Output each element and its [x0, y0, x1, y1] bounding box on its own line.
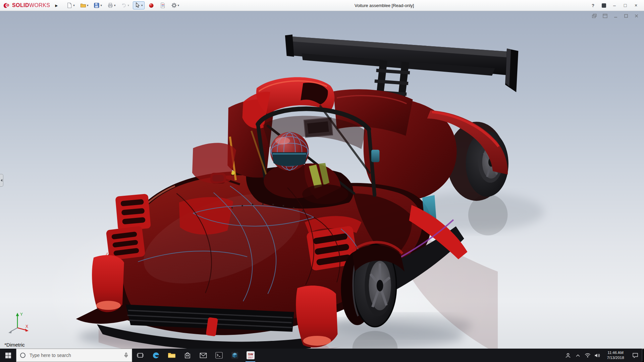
dropdown-arrow-icon[interactable]: ▾ [141, 4, 143, 7]
view-orientation-label: *Dimetric [4, 342, 25, 348]
triad-x-label: X [25, 324, 28, 329]
undo-icon [121, 2, 127, 8]
appearance-ball-icon [148, 2, 154, 8]
new-document-button[interactable]: ▾ [65, 1, 76, 9]
options-button[interactable]: ▾ [169, 1, 181, 9]
select-tool-button[interactable]: ▾ [133, 1, 145, 9]
windows-logo-icon [5, 353, 11, 358]
document-window-controls [592, 14, 639, 18]
ds-logo-icon: S [3, 2, 10, 9]
sw-icon-label: SW [248, 352, 253, 356]
fullscreen-icon [602, 3, 606, 8]
brand-name: SOLIDWORKS [12, 2, 50, 8]
orientation-triad[interactable]: Y X [5, 311, 32, 336]
show-hidden-icons-button[interactable] [573, 349, 583, 362]
taskbar-command-prompt-button[interactable] [211, 349, 227, 362]
show-desktop-button[interactable] [642, 349, 644, 362]
clock-time: 11:46 AM [602, 350, 629, 355]
taskbar-edge-button[interactable] [148, 349, 164, 362]
minimize-button[interactable]: – [609, 1, 620, 10]
doc-float-button[interactable] [603, 14, 607, 18]
doc-restore-button[interactable] [592, 14, 597, 18]
windows-taskbar: SW 2017 [0, 349, 644, 362]
people-icon [565, 353, 571, 358]
network-tray-button[interactable] [583, 349, 592, 362]
graphics-area[interactable]: Y X *Dimetric [0, 11, 644, 349]
collapse-arrow-icon [1, 179, 2, 182]
design-binder-button[interactable] [158, 1, 167, 9]
doc-close-button[interactable] [634, 14, 639, 18]
open-folder-icon [80, 2, 86, 8]
brand-solid: SOLID [12, 2, 29, 8]
solidworks-logo: S SOLIDWORKS [3, 2, 50, 9]
print-icon [107, 2, 113, 8]
system-tray: 11:46 AM 7/13/2018 [563, 349, 644, 362]
close-button[interactable]: × [631, 1, 641, 10]
command-prompt-icon [215, 352, 223, 359]
options-gear-icon [171, 2, 177, 8]
solidworks-app-icon: SW 2017 [246, 351, 255, 360]
taskbar-mail-button[interactable] [195, 349, 211, 362]
task-view-icon [137, 352, 144, 358]
print-button[interactable]: ▾ [106, 1, 117, 9]
featuremanager-collapse-handle[interactable] [0, 174, 3, 187]
sw-icon-year: 2017 [248, 356, 253, 359]
taskbar-search [16, 349, 132, 362]
document-title: Voiture assemblee [Read-only] [182, 3, 586, 8]
quick-access-toolbar: ▾ ▾ ▾ [65, 1, 181, 9]
taskbar-cad-viewer-button[interactable] [227, 349, 243, 362]
undo-button[interactable]: ▾ [119, 1, 131, 9]
car-model-render [0, 11, 644, 349]
new-document-icon [66, 2, 72, 8]
taskbar-clock[interactable]: 11:46 AM 7/13/2018 [602, 350, 629, 360]
cortana-icon [20, 352, 26, 358]
taskbar-file-explorer-button[interactable] [164, 349, 179, 362]
taskbar-solidworks-button[interactable]: SW 2017 [243, 349, 258, 362]
edit-appearance-button[interactable] [147, 1, 156, 9]
save-floppy-icon [94, 2, 100, 8]
menu-flyout-button[interactable]: ▶ [53, 2, 59, 9]
file-explorer-icon [168, 352, 176, 359]
taskbar-task-view-button[interactable] [132, 349, 148, 362]
solidworks-window: S SOLIDWORKS ▶ ▾ ▾ [0, 0, 644, 362]
titlebar: S SOLIDWORKS ▶ ▾ ▾ [0, 0, 644, 11]
edge-icon [152, 351, 160, 359]
clock-date: 7/13/2018 [602, 355, 629, 360]
doc-minimize-button[interactable] [613, 14, 618, 18]
dropdown-arrow-icon[interactable]: ▾ [178, 4, 179, 7]
svg-text:S: S [7, 4, 9, 7]
flyout-arrow-icon: ▶ [55, 4, 58, 7]
dropdown-arrow-icon[interactable]: ▾ [114, 4, 116, 7]
open-button[interactable]: ▾ [78, 1, 90, 9]
dropdown-arrow-icon[interactable]: ▾ [127, 4, 129, 7]
brand-works: WORKS [29, 2, 50, 8]
design-binder-icon [160, 2, 166, 8]
dropdown-arrow-icon[interactable]: ▾ [73, 4, 75, 7]
cad-cube-icon [231, 352, 238, 359]
dropdown-arrow-icon[interactable]: ▾ [87, 4, 89, 7]
select-cursor-icon [135, 2, 141, 8]
start-button[interactable] [0, 349, 16, 362]
wifi-icon [585, 353, 591, 358]
mail-icon [200, 353, 207, 358]
people-tray-button[interactable] [563, 349, 573, 362]
taskbar-store-button[interactable] [179, 349, 195, 362]
save-button[interactable]: ▾ [92, 1, 104, 9]
dropdown-arrow-icon[interactable]: ▾ [100, 4, 102, 7]
doc-maximize-button[interactable] [624, 14, 628, 18]
action-center-button[interactable] [629, 349, 642, 362]
volume-tray-button[interactable] [592, 349, 602, 362]
store-icon [184, 352, 191, 359]
microphone-icon[interactable] [124, 353, 128, 358]
window-controls: ? – □ × [588, 1, 641, 10]
triad-y-label: Y [20, 312, 23, 317]
maximize-button[interactable]: □ [620, 1, 631, 10]
notification-icon [632, 353, 638, 358]
fullscreen-button[interactable] [598, 1, 609, 10]
volume-icon [594, 353, 600, 358]
search-input[interactable] [29, 352, 121, 358]
chevron-up-icon [576, 354, 580, 357]
help-button[interactable]: ? [588, 1, 598, 10]
